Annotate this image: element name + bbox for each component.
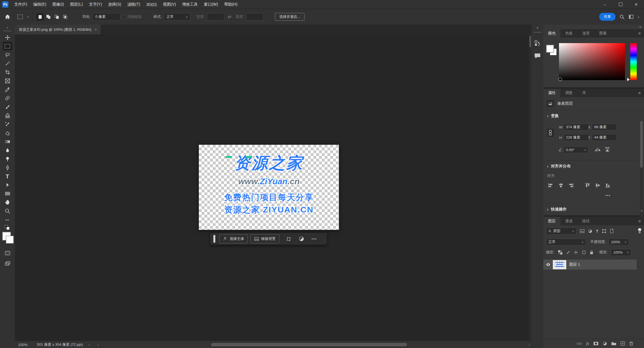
align-horizontal-centers-icon[interactable] [558,183,564,188]
tool-path-selection[interactable] [3,181,12,189]
color-cursor[interactable] [558,78,562,81]
align-vertical-centers-icon[interactable] [595,183,600,188]
layer-name[interactable]: 图层 1 [569,262,580,267]
tool-healing-brush[interactable] [3,94,12,102]
menu-window[interactable]: 窗口(W) [201,0,221,9]
add-to-selection-mode-button[interactable] [44,13,52,21]
height-input[interactable] [246,13,263,20]
background-color-swatch[interactable] [6,236,14,244]
transform-section-header[interactable]: ∨ 变换 [547,113,559,118]
toolbar-grip[interactable] [4,31,11,31]
tab-close-icon[interactable]: × [95,27,97,32]
tab-swatches[interactable]: 色板 [560,29,577,38]
menu-image[interactable]: 图像(I) [49,0,67,9]
filter-type-layers-icon[interactable]: T [596,229,598,233]
blend-mode-dropdown[interactable]: 正常 ∨ [546,239,586,246]
transform-x-input[interactable]: 66 像素 [592,124,617,130]
strip-grip[interactable] [534,32,541,33]
maximize-button[interactable] [613,0,628,9]
link-layers-icon[interactable] [577,342,582,345]
document-tab[interactable]: 资源之家水印.png @ 100% (图层 1, RGB/8#) × [15,25,101,34]
tab-paths[interactable]: 路径 [577,217,595,225]
transform-warp-icon[interactable] [286,236,291,241]
horizontal-scrollbar-thumb[interactable] [211,343,407,346]
rotation-angle-input[interactable]: 0.00° ∨ [564,146,588,153]
select-and-mask-button[interactable]: 选择并遮住... [275,13,305,21]
align-top-edges-icon[interactable] [585,183,590,188]
menu-file[interactable]: 文件(F) [11,0,30,9]
layer-thumbnail[interactable] [553,260,566,269]
feather-input[interactable]: 0 像素 [93,13,120,20]
flip-horizontal-icon[interactable] [595,147,601,152]
menu-select[interactable]: 选择(S) [105,0,124,9]
workspace-switcher[interactable]: ∨ [629,14,640,19]
foreground-color-swatch[interactable] [546,45,554,53]
tool-type[interactable]: T [3,172,12,181]
style-dropdown[interactable]: 正常∨ [164,13,190,20]
select-subject-button[interactable]: 选择主体 [219,234,248,243]
tool-history-brush[interactable] [3,120,12,129]
menu-edit[interactable]: 编辑(E) [30,0,49,9]
new-group-folder-icon[interactable] [611,342,616,345]
default-colors-icon[interactable] [4,225,11,230]
align-bottom-edges-icon[interactable] [605,183,610,188]
transform-width-input[interactable]: 374 像素 [564,124,589,130]
taskbar-drag-handle[interactable] [213,235,215,243]
swap-width-height-icon[interactable]: ⇄ [228,14,231,19]
tool-pen[interactable] [3,163,12,172]
tab-libraries[interactable]: 库 [577,89,591,97]
quick-actions-section-header[interactable]: ∨ 快速操作 [547,207,567,212]
scroll-right-arrow[interactable]: › [529,343,530,347]
menu-type[interactable]: 文字(Y) [86,0,105,9]
tab-gradients[interactable]: 渐变 [577,29,595,38]
history-panel-icon[interactable] [534,40,541,47]
status-expand-icon[interactable]: › [88,343,89,347]
menu-filter[interactable]: 滤镜(T) [124,0,143,9]
saturation-brightness-field[interactable] [559,43,625,80]
hue-slider[interactable] [630,43,637,80]
tool-frame[interactable] [3,76,12,85]
tool-blur[interactable] [3,146,12,155]
minimize-button[interactable]: – [597,0,613,9]
tool-rectangle[interactable] [3,189,12,198]
scroll-down-icon[interactable]: ∨ [641,209,643,212]
delete-layer-trash-icon[interactable] [629,341,633,346]
toolbar-more-options[interactable]: ••• [3,215,12,224]
search-icon[interactable] [619,14,625,20]
layer-filter-type-dropdown[interactable]: 类型 ∨ [546,228,576,235]
transform-y-input[interactable]: 44 像素 [592,134,617,141]
foreground-background-swatches[interactable] [1,232,14,245]
screen-mode-button[interactable] [3,259,12,268]
tool-eraser[interactable] [3,129,12,137]
tool-hand[interactable] [3,198,12,207]
hue-slider-arrow[interactable] [627,78,630,81]
tab-color[interactable]: 颜色 [543,29,560,38]
properties-scrollbar[interactable] [640,120,643,221]
tab-channels[interactable]: 通道 [560,217,577,225]
menu-plugins[interactable]: 增效工具 [179,0,201,9]
close-button[interactable]: ✕ [628,0,644,9]
quick-mask-mode-button[interactable] [3,249,12,257]
layer-filter-toggle[interactable] [638,228,641,234]
add-layer-mask-icon[interactable] [593,342,598,345]
tool-gradient[interactable] [3,137,12,146]
zoom-level[interactable]: 100% [18,343,27,347]
filter-smart-objects-icon[interactable] [610,229,614,233]
tool-eyedropper[interactable] [3,85,12,94]
align-more-options[interactable]: ••• [605,194,611,198]
tab-patterns[interactable]: 图案 [595,29,612,38]
layer-style-fx-icon[interactable]: fx [586,341,589,346]
menu-layer[interactable]: 图层(L) [67,0,86,9]
link-dimensions-toggle[interactable] [547,129,554,137]
menu-help[interactable]: 帮助(H) [221,0,240,9]
tool-dodge[interactable] [3,155,12,163]
comments-panel-icon[interactable] [534,53,541,59]
new-adjustment-layer-icon[interactable] [603,341,607,346]
lock-transparent-pixels-icon[interactable] [558,250,562,254]
canvas-viewport[interactable]: 资源之家 www.ZiYuan.cn 免费热门项目每天分享 资源之家 ZIYUA… [15,34,533,341]
filter-pixel-layers-icon[interactable] [580,229,584,233]
tool-move[interactable] [3,33,12,42]
adjustment-icon[interactable] [299,236,304,242]
layers-panel-menu-icon[interactable]: ≡ [638,217,644,225]
tool-rectangular-marquee[interactable] [3,42,12,50]
